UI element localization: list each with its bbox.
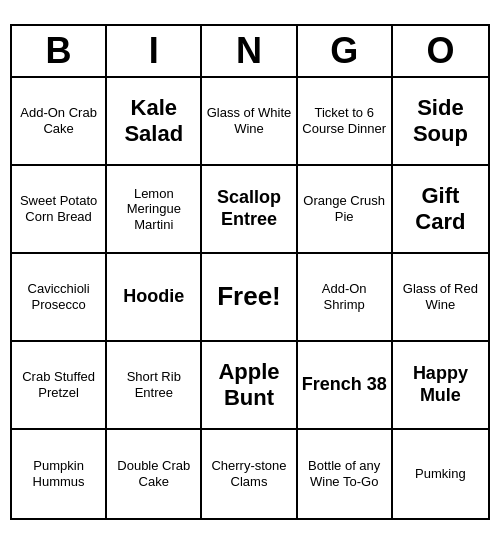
bingo-cell-18: French 38 <box>298 342 393 430</box>
header-letter-o: O <box>393 26 488 76</box>
bingo-cell-14: Glass of Red Wine <box>393 254 488 342</box>
bingo-card: BINGO Add-On Crab CakeKale SaladGlass of… <box>10 24 490 520</box>
bingo-cell-9: Gift Card <box>393 166 488 254</box>
bingo-header: BINGO <box>12 26 488 78</box>
bingo-cell-13: Add-On Shrimp <box>298 254 393 342</box>
header-letter-g: G <box>298 26 393 76</box>
header-letter-i: I <box>107 26 202 76</box>
header-letter-n: N <box>202 26 297 76</box>
bingo-cell-10: Cavicchioli Prosecco <box>12 254 107 342</box>
bingo-cell-12: Free! <box>202 254 297 342</box>
bingo-cell-20: Pumpkin Hummus <box>12 430 107 518</box>
bingo-cell-6: Lemon Meringue Martini <box>107 166 202 254</box>
bingo-cell-2: Glass of White Wine <box>202 78 297 166</box>
bingo-cell-8: Orange Crush Pie <box>298 166 393 254</box>
bingo-cell-3: Ticket to 6 Course Dinner <box>298 78 393 166</box>
bingo-cell-4: Side Soup <box>393 78 488 166</box>
bingo-cell-21: Double Crab Cake <box>107 430 202 518</box>
bingo-cell-19: Happy Mule <box>393 342 488 430</box>
bingo-cell-24: Pumking <box>393 430 488 518</box>
bingo-cell-5: Sweet Potato Corn Bread <box>12 166 107 254</box>
bingo-cell-0: Add-On Crab Cake <box>12 78 107 166</box>
bingo-grid: Add-On Crab CakeKale SaladGlass of White… <box>12 78 488 518</box>
bingo-cell-7: Scallop Entree <box>202 166 297 254</box>
bingo-cell-1: Kale Salad <box>107 78 202 166</box>
bingo-cell-11: Hoodie <box>107 254 202 342</box>
bingo-cell-15: Crab Stuffed Pretzel <box>12 342 107 430</box>
bingo-cell-16: Short Rib Entree <box>107 342 202 430</box>
header-letter-b: B <box>12 26 107 76</box>
bingo-cell-23: Bottle of any Wine To-Go <box>298 430 393 518</box>
bingo-cell-22: Cherry-stone Clams <box>202 430 297 518</box>
bingo-cell-17: Apple Bunt <box>202 342 297 430</box>
